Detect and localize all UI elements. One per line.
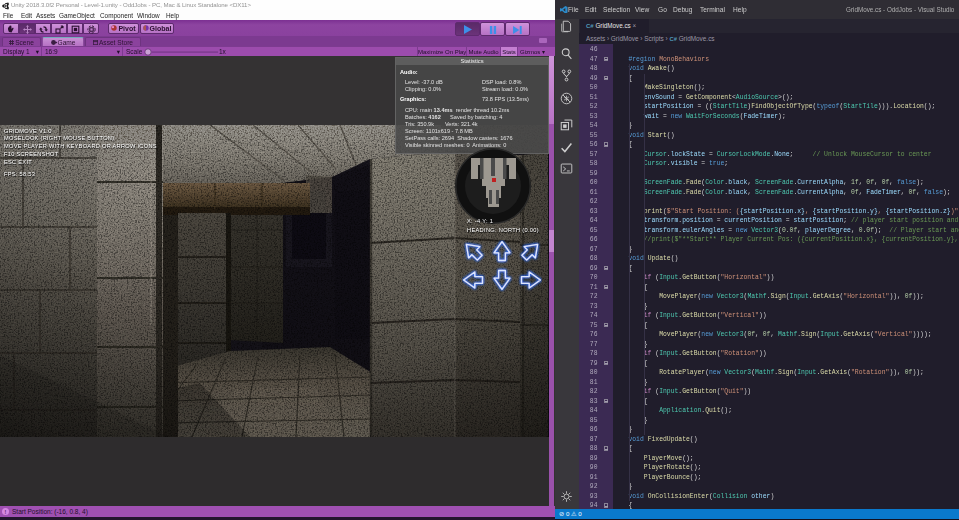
svg-text:!: ! (5, 509, 7, 515)
